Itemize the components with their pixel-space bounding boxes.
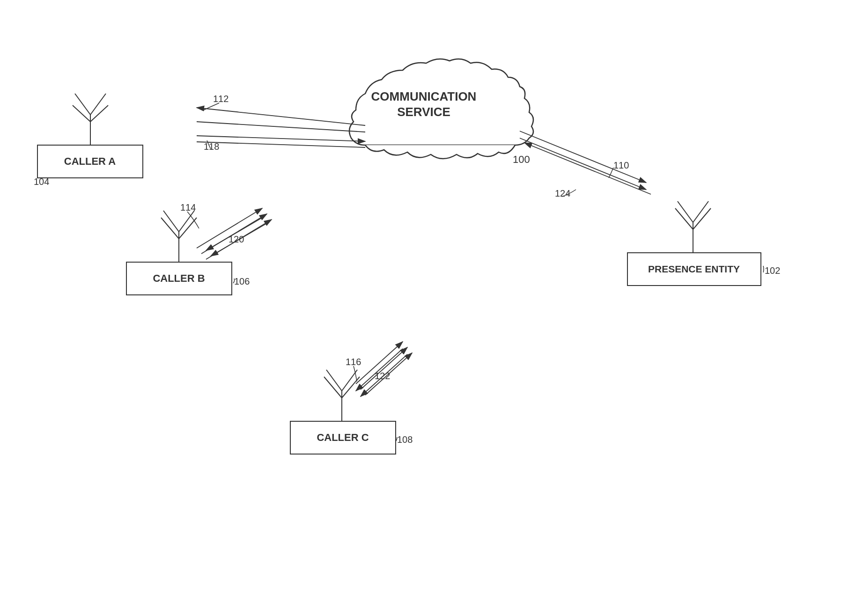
ref-100: 100 — [513, 154, 530, 165]
main-diagram-svg: COMMUNICATION SERVICE 100 CALLER A 104 1… — [0, 0, 848, 616]
svg-line-12 — [163, 211, 179, 232]
svg-line-33 — [693, 201, 708, 222]
svg-line-4 — [90, 94, 106, 115]
cloud-label-line2: SERVICE — [397, 105, 450, 119]
svg-line-10 — [197, 142, 365, 147]
diagram-container: COMMUNICATION SERVICE 100 CALLER A 104 1… — [0, 0, 848, 616]
svg-line-36 — [520, 131, 646, 183]
svg-line-3 — [75, 94, 90, 115]
ref-124: 124 — [555, 188, 570, 198]
ref-122: 122 — [375, 371, 390, 381]
svg-line-32 — [678, 201, 693, 222]
ref-102: 102 — [765, 265, 780, 276]
presence-entity-label: PRESENCE ENTITY — [648, 264, 740, 274]
cloud-label-line1: COMMUNICATION — [371, 89, 477, 103]
svg-line-5 — [73, 105, 90, 122]
ref-110: 110 — [613, 160, 629, 170]
svg-line-27 — [361, 347, 407, 389]
caller-c-label: CALLER C — [317, 432, 369, 443]
svg-line-7 — [197, 108, 365, 125]
svg-line-6 — [90, 105, 108, 122]
svg-line-29 — [356, 349, 403, 391]
caller-a-label: CALLER A — [64, 155, 116, 167]
ref-112: 112 — [213, 94, 229, 104]
ref-114: 114 — [180, 202, 196, 213]
ref-108: 108 — [397, 434, 413, 445]
ref-106: 106 — [234, 276, 250, 286]
svg-line-8 — [197, 122, 365, 132]
ref-104: 104 — [34, 176, 49, 187]
svg-line-9 — [197, 136, 365, 141]
svg-line-13 — [179, 211, 194, 232]
ref-120: 120 — [229, 234, 244, 244]
ref-118: 118 — [204, 141, 219, 152]
caller-b-label: CALLER B — [153, 272, 205, 284]
svg-line-38 — [524, 143, 651, 194]
svg-line-22 — [326, 370, 342, 391]
ref-116: 116 — [346, 357, 361, 367]
